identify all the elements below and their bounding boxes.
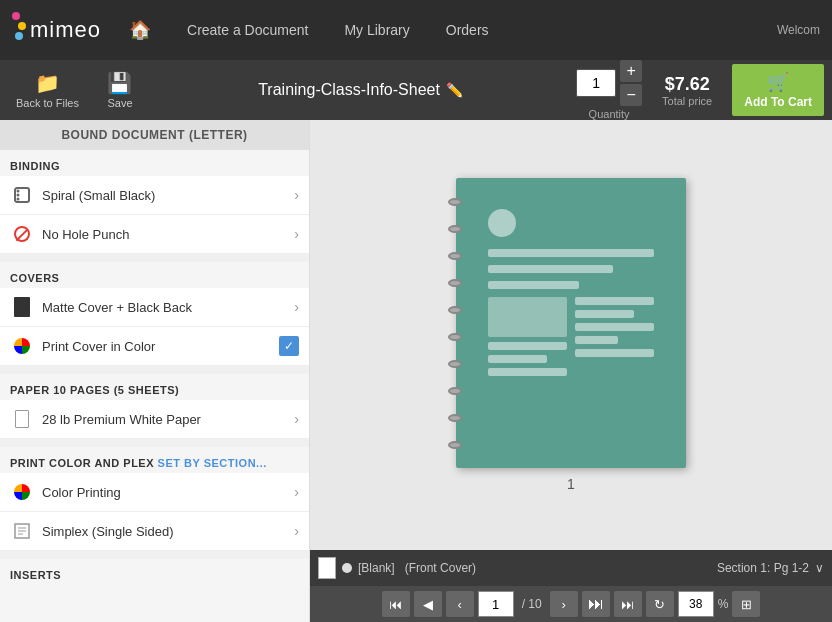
simplex-chevron: › [294,523,299,539]
page-input[interactable] [478,591,514,617]
fit-button[interactable]: ⊞ [732,591,760,617]
nav-bar: ⏮ ◀ ‹ / 10 › ⏭ ⏭ ↻ % ⊞ [310,586,832,622]
paper-icon [10,407,34,431]
page-thumb [318,557,336,579]
print-color-check[interactable]: ✓ [279,336,299,356]
no-hole-label: No Hole Punch [42,227,294,242]
logo-dot3 [15,32,23,40]
bottom-bar: [Blank] (Front Cover) Section 1: Pg 1-2 … [310,550,832,586]
document-preview [456,178,686,468]
page-blank-label: [Blank] (Front Cover) [358,561,711,575]
back-icon: 📁 [35,71,60,95]
total-price: $7.62 [665,74,710,95]
paper-chevron: › [294,411,299,427]
panel-title: BOUND DOCUMENT (LETTER) [0,120,309,150]
add-to-cart-button[interactable]: 🛒 Add To Cart [732,64,824,116]
doc-block [488,297,567,337]
quantity-label: Quantity [589,108,630,120]
doc-line [575,349,654,357]
doc-line [575,310,634,318]
doc-title: Training-Class-Info-Sheet [258,81,440,99]
quantity-ctrl: + − [576,60,642,106]
right-content: 1 [Blank] (Front Cover) Section 1: Pg 1-… [310,120,832,622]
ring [448,333,462,341]
doc-line [488,281,579,289]
quantity-area: + − Quantity [576,60,642,120]
binding-header: BINDING [0,150,309,176]
ring [448,306,462,314]
print-color-label: Print Cover in Color [42,339,279,354]
svg-point-1 [17,190,20,193]
refresh-button[interactable]: ↻ [646,591,674,617]
save-icon: 💾 [107,71,132,95]
home-button[interactable]: 🏠 [121,15,159,45]
logo-dot2 [18,22,26,30]
paper-label: 28 lb Premium White Paper [42,412,294,427]
print-header: PRINT COLOR AND PLEX SET BY SECTION... [0,447,309,473]
edit-title-icon[interactable]: ✏️ [446,82,463,98]
option-print-color[interactable]: Print Cover in Color ✓ [0,327,309,366]
no-hole-chevron: › [294,226,299,242]
inserts-header: INSERTS [0,559,309,585]
doc-col-right [575,297,654,437]
option-paper[interactable]: 28 lb Premium White Paper › [0,400,309,439]
page-thumb-dot [342,563,352,573]
quantity-plus-button[interactable]: + [620,60,642,82]
first-page-button[interactable]: ⏮ [382,591,410,617]
simplex-icon [10,519,34,543]
option-color-printing[interactable]: Color Printing › [0,473,309,512]
color-printing-label: Color Printing [42,485,294,500]
color-printing-chevron: › [294,484,299,500]
simplex-label: Simplex (Single Sided) [42,524,294,539]
nav-create-document[interactable]: Create a Document [179,18,316,42]
svg-point-3 [17,198,20,201]
doc-line [575,336,618,344]
ring [448,279,462,287]
left-panel: BOUND DOCUMENT (LETTER) BINDING Spiral (… [0,120,310,622]
quantity-input[interactable] [576,69,616,97]
matte-cover-chevron: › [294,299,299,315]
top-bar: mimeo 🏠 Create a Document My Library Ord… [0,0,832,60]
option-spiral[interactable]: Spiral (Small Black) › [0,176,309,215]
option-matte-cover[interactable]: Matte Cover + Black Back › [0,288,309,327]
logo-dots [12,12,26,40]
zoom-input[interactable] [678,591,714,617]
nav-orders[interactable]: Orders [438,18,497,42]
logo-text: mimeo [30,17,101,43]
back-label: Back to Files [16,97,79,109]
option-simplex[interactable]: Simplex (Single Sided) › [0,512,309,551]
save-button[interactable]: 💾 Save [95,67,145,113]
prev-step-button[interactable]: ‹ [446,591,474,617]
doc-columns [488,297,654,437]
set-by-section-link[interactable]: SET BY SECTION... [158,457,267,469]
section-chevron[interactable]: ∨ [815,561,824,575]
doc-circle [488,209,516,237]
doc-col-left [488,297,567,437]
page-total: / 10 [518,597,546,611]
last-page-button[interactable]: ⏭ [614,591,642,617]
cart-icon: 🛒 [767,71,789,93]
next-step-button[interactable]: › [550,591,578,617]
doc-line [488,249,654,257]
print-color-icon [10,334,34,358]
paper-header: PAPER 10 PAGES (5 SHEETS) [0,374,309,400]
doc-line [488,265,613,273]
option-no-hole[interactable]: No Hole Punch › [0,215,309,254]
price-area: $7.62 Total price [650,74,724,107]
spiral-binding [446,188,464,458]
prev-page-button[interactable]: ◀ [414,591,442,617]
next-page-button[interactable]: ⏭ [582,591,610,617]
logo-dot1 [12,12,20,20]
logo: mimeo [12,12,101,48]
doc-line [488,355,547,363]
quantity-minus-button[interactable]: − [620,84,642,106]
ring [448,441,462,449]
cover-icon [10,295,34,319]
main-layout: BOUND DOCUMENT (LETTER) BINDING Spiral (… [0,120,832,622]
ring [448,198,462,206]
ring [448,387,462,395]
back-to-files-button[interactable]: 📁 Back to Files [8,67,87,113]
spiral-label: Spiral (Small Black) [42,188,294,203]
nav-my-library[interactable]: My Library [336,18,417,42]
toolbar: 📁 Back to Files 💾 Save Training-Class-In… [0,60,832,120]
